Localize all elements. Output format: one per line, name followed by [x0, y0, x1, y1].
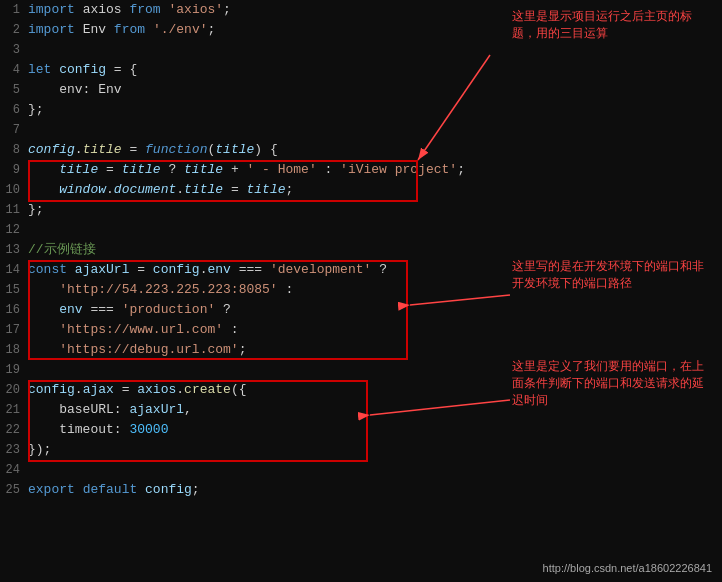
line-25: 25 export default config;	[0, 480, 722, 500]
annotation-2: 这里写的是在开发环境下的端口和非开发环境下的端口路径	[512, 258, 712, 292]
line-7: 7	[0, 120, 722, 140]
line-11: 11 };	[0, 200, 722, 220]
line-10: 10 window.document.title = title;	[0, 180, 722, 200]
line-6: 6 };	[0, 100, 722, 120]
watermark: http://blog.csdn.net/a18602226841	[543, 562, 712, 574]
line-12: 12	[0, 220, 722, 240]
line-17: 17 'https://www.url.com' :	[0, 320, 722, 340]
line-9: 9 title = title ? title + ' - Home' : 'i…	[0, 160, 722, 180]
line-13: 13 //示例链接	[0, 240, 722, 260]
line-24: 24	[0, 460, 722, 480]
annotation-3: 这里是定义了我们要用的端口，在上面条件判断下的端口和发送请求的延迟时间	[512, 358, 712, 408]
line-16: 16 env === 'production' ?	[0, 300, 722, 320]
line-23: 23 });	[0, 440, 722, 460]
line-18: 18 'https://debug.url.com';	[0, 340, 722, 360]
code-area: 1 import axios from 'axios'; 2 import En…	[0, 0, 722, 582]
line-4: 4 let config = {	[0, 60, 722, 80]
line-22: 22 timeout: 30000	[0, 420, 722, 440]
line-8: 8 config.title = function(title) {	[0, 140, 722, 160]
line-5: 5 env: Env	[0, 80, 722, 100]
line-3: 3	[0, 40, 722, 60]
annotation-1: 这里是显示项目运行之后主页的标题，用的三目运算	[512, 8, 712, 42]
